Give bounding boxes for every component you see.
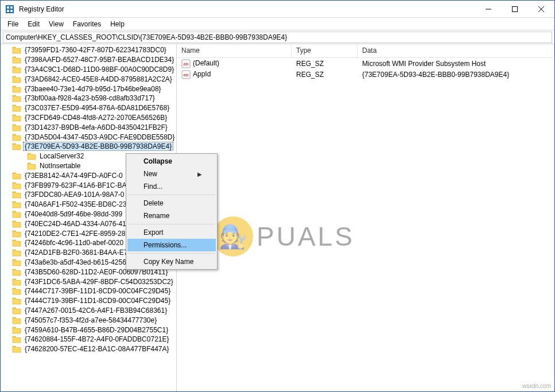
folder-icon bbox=[12, 258, 21, 266]
context-separator bbox=[129, 224, 215, 224]
list-row[interactable]: (Default)REG_SZMicrosoft WMI Provider Su… bbox=[177, 58, 554, 69]
folder-icon bbox=[12, 200, 21, 208]
context-menu: CollapseNew▶Find...DeleteRenameExportPer… bbox=[126, 153, 218, 270]
context-item-rename[interactable]: Rename bbox=[127, 209, 216, 222]
folder-icon bbox=[12, 278, 21, 286]
menubar: FileEditViewFavoritesHelp bbox=[1, 18, 554, 30]
menu-favorites[interactable]: Favorites bbox=[68, 19, 106, 29]
tree-item[interactable]: {745057c7-f353-4f2d-a7ee-58434477730e} bbox=[1, 315, 176, 325]
tree-item[interactable]: {7398AAFD-6527-48C7-95B7-BEABACD1DE34} bbox=[1, 55, 176, 65]
tree-item-label: {7459A610-B47B-4655-B86D-29D04B2755C1} bbox=[24, 326, 169, 334]
cell-type: REG_SZ bbox=[292, 59, 358, 68]
address-input[interactable] bbox=[3, 32, 552, 43]
folder-icon bbox=[12, 56, 21, 64]
col-header-data[interactable]: Data bbox=[358, 44, 554, 57]
string-value-icon bbox=[181, 59, 191, 68]
tree-item[interactable]: {73C037E7-E5D9-4954-876A-6DA81D6E5768} bbox=[1, 103, 176, 113]
folder-icon bbox=[12, 46, 21, 54]
tree-item[interactable]: {73A4C9C1-D68D-11D0-98BF-00A0C90DC8D9} bbox=[1, 65, 176, 75]
folder-icon bbox=[12, 316, 21, 324]
folder-icon bbox=[12, 142, 21, 150]
folder-icon bbox=[12, 345, 21, 353]
folder-icon bbox=[12, 123, 21, 131]
folder-icon bbox=[12, 65, 21, 73]
folder-icon bbox=[27, 152, 36, 160]
tree-item[interactable]: {7444C717-39BF-11D1-8CD9-00C04FC29D45} bbox=[1, 286, 176, 296]
close-button[interactable] bbox=[528, 1, 554, 18]
titlebar: Registry Editor bbox=[1, 1, 554, 18]
context-item-permissions[interactable]: Permissions... bbox=[127, 239, 216, 251]
context-item-label: Copy Key Name bbox=[143, 258, 193, 266]
context-item-export[interactable]: Export bbox=[127, 226, 216, 239]
tree-item-label: {743F1DC6-5ABA-429F-8BDF-C54D03253DC2} bbox=[24, 278, 174, 286]
menu-file[interactable]: File bbox=[3, 19, 23, 29]
context-item-label: Find... bbox=[143, 183, 162, 191]
folder-icon bbox=[27, 162, 36, 170]
tree-item[interactable]: {7447A267-0015-42C6-A4F1-FB3B94C68361} bbox=[1, 306, 176, 316]
folder-icon bbox=[12, 210, 21, 218]
tree-item-label: {73959FD1-7360-42F7-807D-622341783DC0} bbox=[24, 46, 168, 54]
context-separator bbox=[129, 195, 215, 195]
list-row[interactable]: AppIdREG_SZ{73E709EA-5D93-4B2E-BBB0-99B7… bbox=[177, 69, 554, 80]
minimize-button[interactable] bbox=[475, 1, 502, 18]
tree-item-label: {73CFD649-CD48-4fd8-A272-2070EA56526B} bbox=[24, 114, 168, 122]
cell-type: REG_SZ bbox=[292, 70, 358, 79]
menu-edit[interactable]: Edit bbox=[23, 19, 44, 29]
tree-item[interactable]: {74628200-57EC-4E12-BA1C-08A477BF447A} bbox=[1, 344, 176, 354]
tree-item-label: {745057c7-f353-4f2d-a7ee-58434477730e} bbox=[24, 316, 158, 324]
tree-item[interactable]: {7444C719-39BF-11D1-8CD9-00C04FC29D45} bbox=[1, 296, 176, 306]
tree-item-label: {73C037E7-E5D9-4954-876A-6DA81D6E5768} bbox=[24, 104, 170, 112]
context-item-collapse[interactable]: Collapse bbox=[127, 155, 216, 168]
folder-icon bbox=[12, 75, 21, 83]
tree-item[interactable]: {73E709EA-5D93-4B2E-BBB0-99B7938DA9E4} bbox=[1, 142, 176, 152]
tree-item-label: {73E709EA-5D93-4B2E-BBB0-99B7938DA9E4} bbox=[24, 142, 173, 150]
tree-item-label: {74210DE2-C7E1-42FE-8959-287 bbox=[24, 230, 130, 238]
context-item-label: Permissions... bbox=[143, 241, 187, 249]
tree-item[interactable]: {73959FD1-7360-42F7-807D-622341783DC0} bbox=[1, 45, 176, 55]
tree-item-label: {73EB8142-4A74-49FD-A0FC-0 bbox=[24, 172, 124, 180]
col-header-name[interactable]: Name bbox=[177, 44, 292, 57]
tree-item-label: {73FDDC80-AEA9-101A-98A7-0 bbox=[24, 191, 125, 199]
folder-icon bbox=[12, 297, 21, 305]
tree-item[interactable]: {743F1DC6-5ABA-429F-8BDF-C54D03253DC2} bbox=[1, 277, 176, 286]
tree-item-label: {73A4C9C1-D68D-11D0-98BF-00A0C90DC8D9} bbox=[24, 65, 175, 73]
tree-item[interactable]: {73CFD649-CD48-4fd8-A272-2070EA56526B} bbox=[1, 113, 176, 123]
context-item-label: Delete bbox=[143, 199, 164, 207]
cell-name: (Default) bbox=[177, 59, 292, 69]
tree-item[interactable]: {7459A610-B47B-4655-B86D-29D04B2755C1} bbox=[1, 325, 176, 335]
tree-item-label: {7444C717-39BF-11D1-8CD9-00C04FC29D45} bbox=[24, 287, 172, 295]
context-item-find[interactable]: Find... bbox=[127, 180, 216, 193]
tree-item-label: {7447A267-0015-42C6-A4F1-FB3B94C68361} bbox=[24, 306, 168, 315]
tree-item-label: {73DA5D04-4347-45D3-A9DC-FAE9DDBE558D} bbox=[24, 133, 176, 141]
folder-icon bbox=[12, 287, 21, 295]
menu-help[interactable]: Help bbox=[106, 19, 129, 29]
tree-item[interactable]: {73AD6842-ACE0-45E8-A4DD-8795881A2C2A} bbox=[1, 74, 176, 84]
context-item-delete[interactable]: Delete bbox=[127, 197, 216, 209]
context-separator bbox=[129, 253, 215, 254]
close-icon bbox=[538, 6, 544, 12]
folder-icon bbox=[12, 239, 21, 247]
footer-watermark: wsxdn.com bbox=[522, 383, 551, 389]
col-header-type[interactable]: Type bbox=[292, 44, 358, 57]
maximize-button[interactable] bbox=[502, 1, 528, 18]
context-item-copy-key-name[interactable]: Copy Key Name bbox=[127, 255, 216, 268]
context-item-new[interactable]: New▶ bbox=[127, 168, 216, 180]
string-value-icon bbox=[181, 70, 191, 79]
menu-view[interactable]: View bbox=[44, 19, 68, 29]
tree-item[interactable]: {74620884-155F-4B72-A4F0-0FADDBC0721E} bbox=[1, 335, 176, 344]
tree-item[interactable]: {73D14237-B9DB-4efa-A6DD-84350421FB2F} bbox=[1, 122, 176, 132]
tree-item[interactable]: {73bf00aa-f928-4a23-b598-cd8afb33d717} bbox=[1, 94, 176, 103]
tree-item[interactable]: {73DA5D04-4347-45D3-A9DC-FAE9DDBE558D} bbox=[1, 132, 176, 142]
context-item-label: New bbox=[143, 170, 157, 178]
folder-icon bbox=[12, 104, 21, 112]
minimize-icon bbox=[486, 6, 491, 12]
tree-item-label: {73AD6842-ACE0-45E8-A4DD-8795881A2C2A} bbox=[24, 75, 173, 83]
tree-item-label: {740EC24D-46AD-4334-A076-41 bbox=[24, 220, 127, 228]
cell-name: AppId bbox=[177, 69, 292, 80]
folder-icon bbox=[12, 191, 21, 199]
folder-icon bbox=[12, 172, 21, 180]
content-area: {73959FD1-7360-42F7-807D-622341783DC0}{7… bbox=[1, 44, 554, 391]
window-title: Registry Editor bbox=[19, 5, 64, 13]
list-pane[interactable]: Name Type Data (Default)REG_SZMicrosoft … bbox=[177, 44, 554, 391]
tree-item[interactable]: {73baee40-73e1-4d79-b95d-17b46be9ea08} bbox=[1, 84, 176, 94]
